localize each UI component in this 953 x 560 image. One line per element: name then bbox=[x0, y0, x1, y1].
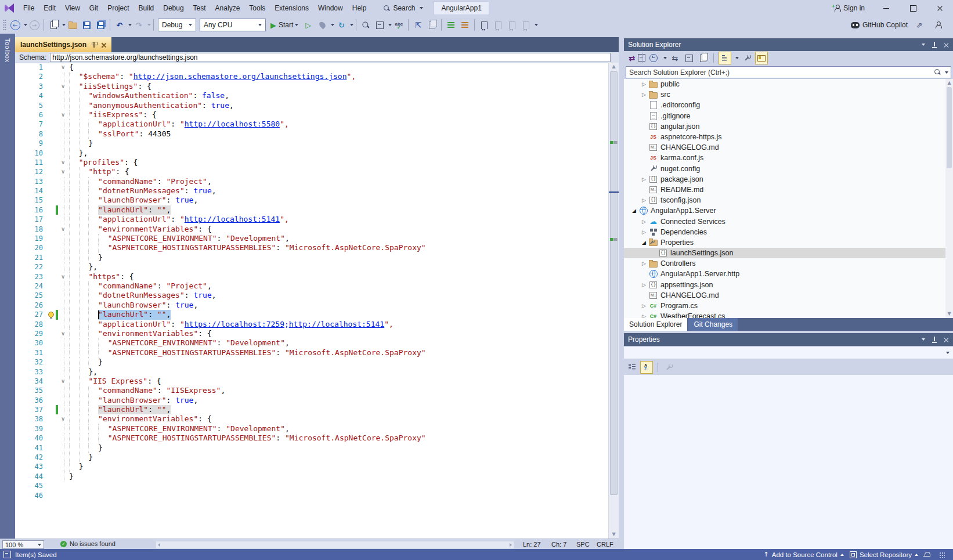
url-link[interactable]: https://localhost:7259 bbox=[185, 320, 284, 328]
code-line-22[interactable]: 22}, bbox=[15, 262, 619, 272]
code-line-40[interactable]: 40"ASPNETCORE_HOSTINGSTARTUPASSEMBLIES":… bbox=[15, 433, 619, 443]
code-line-7[interactable]: 7"applicationUrl": "http://localhost:558… bbox=[15, 120, 619, 129]
tree-scrollbar-down-icon[interactable]: ▼ bbox=[945, 310, 953, 318]
expand-arrow-icon[interactable] bbox=[640, 92, 648, 97]
editor-horizontal-scrollbar[interactable] bbox=[156, 541, 514, 549]
expand-arrow-icon[interactable] bbox=[640, 229, 648, 235]
menu-build[interactable]: Build bbox=[134, 1, 159, 15]
previous-bookmark-button[interactable] bbox=[491, 19, 505, 31]
tree-item-nuget-config[interactable]: nuget.config bbox=[624, 164, 953, 174]
sign-in-button[interactable]: + Sign in bbox=[825, 4, 873, 12]
window-position-dropdown-icon[interactable] bbox=[922, 338, 925, 341]
code-line-13[interactable]: 13"commandName": "Project", bbox=[15, 177, 619, 186]
menu-project[interactable]: Project bbox=[103, 1, 133, 15]
toolbar-grip[interactable] bbox=[3, 19, 6, 31]
code-line-42[interactable]: 42} bbox=[15, 453, 619, 462]
code-line-41[interactable]: 41} bbox=[15, 443, 619, 453]
code-line-27[interactable]: 27"launchUrl": "", bbox=[15, 310, 619, 319]
code-line-28[interactable]: 28"applicationUrl": "https://localhost:7… bbox=[15, 320, 619, 329]
search-options-dropdown-icon[interactable] bbox=[945, 71, 948, 74]
code-line-32[interactable]: 32} bbox=[15, 357, 619, 367]
code-line-39[interactable]: 39"ASPNETCORE_ENVIRONMENT": "Development… bbox=[15, 424, 619, 433]
code-line-19[interactable]: 19"ASPNETCORE_ENVIRONMENT": "Development… bbox=[15, 234, 619, 243]
code-line-9[interactable]: 9} bbox=[15, 139, 619, 148]
code-line-31[interactable]: 31"ASPNETCORE_HOSTINGSTARTUPASSEMBLIES":… bbox=[15, 348, 619, 357]
code-line-10[interactable]: 10}, bbox=[15, 149, 619, 158]
code-line-33[interactable]: 33}, bbox=[15, 367, 619, 377]
decrease-indent-button[interactable] bbox=[444, 19, 458, 31]
menu-git[interactable]: Git bbox=[85, 1, 103, 15]
code-line-43[interactable]: 43} bbox=[15, 462, 619, 471]
code-line-25[interactable]: 25"dotnetRunMessages": true, bbox=[15, 291, 619, 300]
toolbox-autohide-tab[interactable]: Toolbox bbox=[0, 34, 15, 539]
expand-arrow-icon[interactable] bbox=[640, 176, 648, 182]
url-link[interactable]: http://localhost:5141 bbox=[289, 320, 384, 328]
issues-status[interactable]: ✓ No issues found bbox=[60, 540, 115, 547]
code-line-21[interactable]: 21} bbox=[15, 253, 619, 262]
redo-button[interactable]: ↷ bbox=[132, 19, 146, 31]
tree-item-readme-md[interactable]: README.md bbox=[624, 185, 953, 195]
filter-dropdown-icon[interactable] bbox=[663, 57, 667, 59]
code-editor-surface[interactable]: 1{2"$schema": "http://json.schemastore.o… bbox=[15, 63, 619, 539]
solution-tree[interactable]: publicsrc.editorconfig.gitignoreangular.… bbox=[624, 79, 953, 318]
tree-item-connected-services[interactable]: Connected Services bbox=[624, 216, 953, 226]
menu-file[interactable]: File bbox=[19, 1, 39, 15]
code-line-44[interactable]: 44} bbox=[15, 472, 619, 481]
code-line-45[interactable]: 45 bbox=[15, 481, 619, 490]
document-tab-launchsettings[interactable]: launchSettings.json bbox=[15, 37, 111, 52]
scrollbar-down-icon[interactable]: ▼ bbox=[609, 530, 619, 539]
tree-item-package-json[interactable]: package.json bbox=[624, 174, 953, 185]
menu-view[interactable]: View bbox=[60, 1, 85, 15]
url-link[interactable]: http://localhost:5141 bbox=[185, 215, 280, 223]
switch-views-icon[interactable]: ⇄ bbox=[626, 52, 638, 64]
tab-git-changes[interactable]: Git Changes bbox=[688, 318, 738, 331]
code-line-15[interactable]: 15"launchBrowser": true, bbox=[15, 196, 619, 205]
code-line-14[interactable]: 14"dotnetRunMessages": true, bbox=[15, 186, 619, 196]
code-line-4[interactable]: 4"windowsAuthentication": false, bbox=[15, 91, 619, 100]
menu-debug[interactable]: Debug bbox=[158, 1, 188, 15]
peek-definition-button[interactable] bbox=[425, 19, 439, 31]
minimize-button[interactable] bbox=[873, 0, 900, 16]
show-all-files-toggle[interactable] bbox=[719, 52, 731, 64]
project-name-badge[interactable]: AngularApp1 bbox=[434, 1, 489, 15]
pin-tab-icon[interactable] bbox=[91, 42, 96, 48]
close-button[interactable] bbox=[926, 0, 953, 16]
navigate-back-button[interactable]: ← bbox=[8, 19, 22, 31]
restart-dropdown-icon[interactable] bbox=[350, 24, 353, 26]
categorized-view-icon[interactable] bbox=[626, 362, 638, 373]
menu-window[interactable]: Window bbox=[313, 1, 348, 15]
expand-arrow-icon[interactable] bbox=[640, 197, 648, 203]
code-line-30[interactable]: 30"ASPNETCORE_ENVIRONMENT": "Development… bbox=[15, 338, 619, 348]
schema-url-input[interactable] bbox=[50, 53, 611, 62]
spell-checker-button[interactable]: abc✓ bbox=[392, 19, 406, 31]
properties-title-bar[interactable]: Properties bbox=[624, 333, 953, 346]
undo-button[interactable]: ↶ bbox=[113, 19, 127, 31]
tree-item-properties[interactable]: Properties bbox=[624, 237, 953, 248]
property-pages-wrench-icon[interactable] bbox=[663, 362, 674, 373]
scrollbar-up-icon[interactable]: ▲ bbox=[609, 63, 619, 71]
tree-vertical-scrollbar[interactable]: ▲ ▼ bbox=[945, 79, 953, 318]
solution-explorer-search-input[interactable] bbox=[626, 68, 934, 77]
expand-arrow-icon[interactable] bbox=[640, 282, 648, 288]
github-copilot-button[interactable]: GitHub Copilot bbox=[851, 21, 908, 29]
solution-explorer-search[interactable] bbox=[626, 66, 951, 78]
expand-arrow-icon[interactable] bbox=[640, 219, 648, 225]
tree-item-editorconfig[interactable]: .editorconfig bbox=[624, 100, 953, 110]
tree-item-gitignore[interactable]: .gitignore bbox=[624, 111, 953, 121]
pending-changes-filter-icon[interactable] bbox=[648, 52, 659, 64]
open-file-button[interactable] bbox=[66, 19, 80, 31]
code-line-34[interactable]: 34"IIS Express": { bbox=[15, 377, 619, 386]
show-all-files-dropdown-icon[interactable] bbox=[735, 57, 739, 59]
sync-with-active-document-icon[interactable]: ⇆ bbox=[669, 52, 681, 64]
auto-hide-pin-icon[interactable] bbox=[932, 337, 937, 343]
code-line-12[interactable]: 12"http": { bbox=[15, 167, 619, 176]
save-button[interactable] bbox=[80, 19, 93, 31]
code-line-36[interactable]: 36"launchBrowser": true, bbox=[15, 396, 619, 405]
expand-arrow-icon[interactable] bbox=[640, 81, 648, 87]
scrollbar-left-icon[interactable] bbox=[158, 543, 160, 547]
tree-item-src[interactable]: src bbox=[624, 89, 953, 100]
new-project-button[interactable] bbox=[46, 19, 60, 31]
menu-edit[interactable]: Edit bbox=[39, 1, 60, 15]
code-line-8[interactable]: 8"sslPort": 44305 bbox=[15, 129, 619, 139]
tree-item-angular-json[interactable]: angular.json bbox=[624, 121, 953, 132]
